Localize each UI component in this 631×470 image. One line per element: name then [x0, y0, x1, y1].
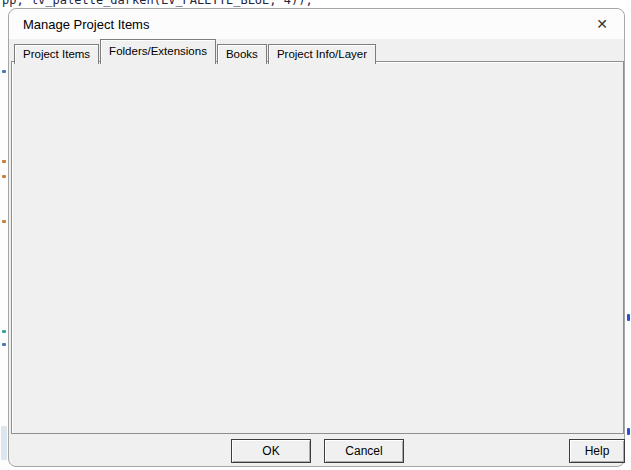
cancel-button[interactable]: Cancel: [324, 439, 404, 463]
dialog-title: Manage Project Items: [23, 17, 149, 32]
background-editor-right-sliver: [627, 8, 631, 470]
tab-folders-extensions[interactable]: Folders/Extensions: [100, 39, 216, 64]
background-code-line: pp, lv_palette_darken(LV_PALETTE_BLUE, 4…: [0, 0, 631, 8]
background-editor-left-sliver: [0, 8, 8, 470]
help-button[interactable]: Help: [569, 439, 625, 463]
tab-bar: Project Items Folders/Extensions Books P…: [14, 39, 377, 64]
tab-books[interactable]: Books: [217, 44, 267, 64]
title-bar: Manage Project Items ✕: [9, 9, 624, 39]
folders-extensions-page: [11, 61, 624, 434]
close-icon[interactable]: ✕: [592, 14, 612, 34]
code-text: pp, lv_palette_darken(LV_PALETTE_BLUE, 4…: [2, 0, 313, 7]
ok-button[interactable]: OK: [231, 439, 311, 463]
tab-project-info-layer[interactable]: Project Info/Layer: [268, 44, 376, 64]
tab-project-items[interactable]: Project Items: [14, 44, 99, 64]
manage-project-items-dialog: Manage Project Items ✕ Project Items Fol…: [8, 8, 625, 467]
